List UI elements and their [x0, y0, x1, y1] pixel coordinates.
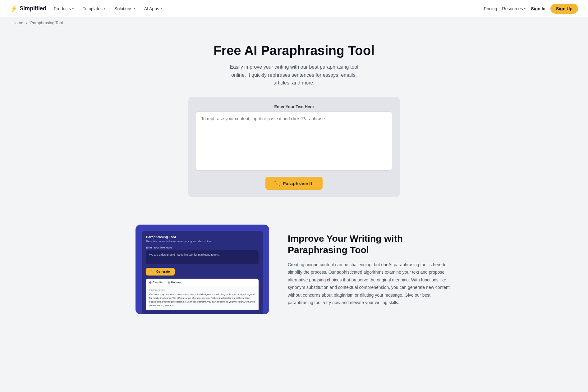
screenshot-preview: Paraphrasing Tool Rewrite content to be …	[136, 225, 269, 314]
sc-generate-icon: ✏️	[151, 270, 155, 273]
feature-title: Improve Your Writing with Paraphrasing T…	[288, 233, 452, 256]
hero-description: Easily improve your writing with our bes…	[226, 63, 362, 87]
feature-text: Improve Your Writing with Paraphrasing T…	[288, 233, 452, 307]
sc-input-area: We are a design and marketing tool for m…	[146, 250, 259, 264]
breadcrumb-home[interactable]: Home	[12, 21, 23, 25]
chevron-down-icon: ▾	[104, 7, 106, 11]
sc-tool-panel: Paraphrasing Tool Rewrite content to be …	[142, 231, 263, 314]
sc-output-text: Our company provides a comprehensive set…	[149, 293, 255, 308]
nav-resources-label: Resources	[502, 6, 523, 11]
sc-history-indicator	[168, 281, 170, 284]
signup-button[interactable]: Sign Up	[550, 4, 578, 14]
nav-item-resources[interactable]: Resources ▾	[502, 6, 526, 11]
nav-aiapps-label: AI Apps	[144, 6, 159, 11]
nav-item-solutions[interactable]: Solutions ▾	[111, 4, 139, 13]
nav-links: Products ▾ Templates ▾ Solutions ▾ AI Ap…	[50, 4, 484, 13]
main-nav: ⚡ Simplified Products ▾ Templates ▾ Solu…	[0, 0, 588, 17]
nav-item-products[interactable]: Products ▾	[50, 4, 78, 13]
breadcrumb-separator: /	[26, 21, 27, 25]
paraphrase-label: Paraphrase It!	[283, 181, 314, 186]
feature-section: Paraphrasing Tool Rewrite content to be …	[123, 225, 465, 333]
nav-right: Pricing Resources ▾ Sign In Sign Up	[484, 4, 578, 14]
sc-generate-button: ✏️ Generate	[146, 268, 175, 276]
sc-output-meta: 0 minutes ago	[149, 289, 255, 291]
sc-generate-label: Generate	[156, 270, 170, 273]
chevron-down-icon: ▾	[72, 7, 74, 11]
logo-icon: ⚡	[10, 5, 18, 12]
sc-tab-indicator	[149, 281, 151, 284]
signin-button[interactable]: Sign In	[531, 6, 545, 11]
nav-item-templates[interactable]: Templates ▾	[79, 4, 109, 13]
breadcrumb-current: Paraphrasing Tool	[30, 21, 63, 25]
sc-subtitle: Rewrite content to be more engaging and …	[146, 240, 259, 243]
sc-output: 0 minutes ago Our company provides a com…	[146, 286, 259, 310]
nav-pricing-label: Pricing	[484, 6, 497, 11]
hero-title: Free AI Paraphrasing Tool	[6, 43, 582, 58]
brand-name: Simplified	[20, 5, 46, 12]
sc-results-label: Results	[153, 281, 163, 284]
text-input[interactable]	[196, 112, 392, 171]
paraphrase-button[interactable]: ✏️ Paraphrase It!	[265, 177, 322, 190]
tool-label: Enter Your Text Here	[196, 104, 392, 109]
breadcrumb: Home / Paraphrasing Tool	[0, 17, 588, 28]
hero-section: Free AI Paraphrasing Tool Easily improve…	[0, 28, 588, 207]
sc-results-tab: Results	[149, 281, 163, 284]
chevron-down-icon: ▾	[134, 7, 136, 11]
sc-input-label: Enter Your Text Here	[146, 246, 259, 249]
sc-history-label: History	[171, 281, 181, 284]
sc-history-tab: History	[168, 281, 181, 284]
chevron-down-icon: ▾	[524, 7, 526, 11]
sc-title: Paraphrasing Tool	[146, 235, 259, 239]
nav-item-pricing[interactable]: Pricing	[484, 6, 497, 11]
nav-products-label: Products	[54, 6, 71, 11]
chevron-down-icon: ▾	[160, 7, 162, 11]
feature-description: Creating unique content can be challengi…	[288, 261, 452, 307]
sc-results-bar: Results History	[146, 279, 259, 286]
tool-box: Enter Your Text Here ✏️ Paraphrase It!	[188, 97, 400, 197]
brand-logo[interactable]: ⚡ Simplified	[10, 5, 46, 12]
nav-solutions-label: Solutions	[114, 6, 132, 11]
nav-item-aiapps[interactable]: AI Apps ▾	[140, 4, 166, 13]
paraphrase-icon: ✏️	[274, 180, 280, 186]
nav-templates-label: Templates	[83, 6, 103, 11]
